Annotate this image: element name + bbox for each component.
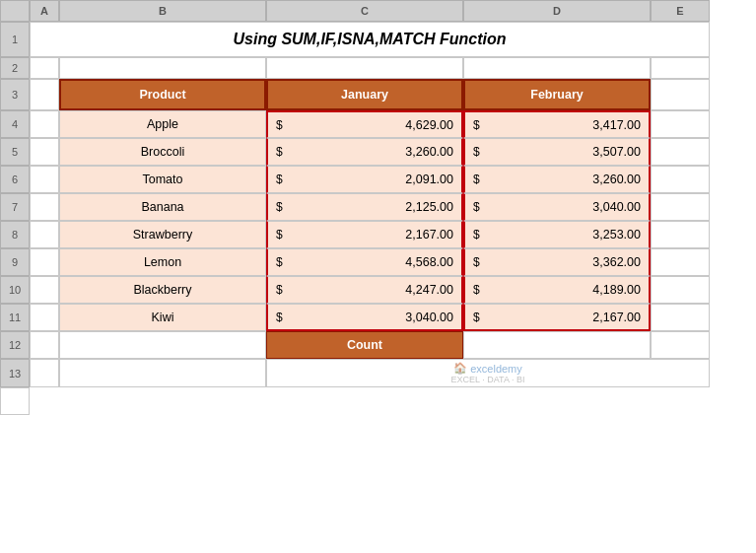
row-9-product: Lemon xyxy=(59,248,266,276)
col-e-header: E xyxy=(651,0,710,22)
row-7-e xyxy=(651,193,710,221)
row-1-num: 1 xyxy=(0,22,30,57)
row-4-february: $3,417.00 xyxy=(463,110,651,138)
row-5-e xyxy=(651,138,710,166)
row-4-product: Apple xyxy=(59,110,266,138)
watermark-logo-icon: 🏠 xyxy=(453,362,467,375)
row-10-a xyxy=(30,276,59,304)
row-7-january: $2,125.00 xyxy=(266,193,463,221)
row-6-a xyxy=(30,166,59,193)
row-10-product: Blackberry xyxy=(59,276,266,304)
row-11-a xyxy=(30,304,59,331)
row-13-e xyxy=(0,387,30,415)
watermark-sub: EXCEL · DATA · BI xyxy=(451,375,525,384)
row-12-num: 12 xyxy=(0,331,30,359)
row-10-e xyxy=(651,276,710,304)
col-b-header: B xyxy=(59,0,266,22)
watermark-name: exceldemy xyxy=(470,363,522,375)
row-2-d xyxy=(463,57,651,79)
row-13-num: 13 xyxy=(0,359,30,387)
row-2-c xyxy=(266,57,463,79)
row-2-num: 2 xyxy=(0,57,30,79)
col-a-header: A xyxy=(30,0,59,22)
row-7-num: 7 xyxy=(0,193,30,221)
row-7-a xyxy=(30,193,59,221)
row-12-b xyxy=(59,331,266,359)
row-4-num: 4 xyxy=(0,110,30,138)
row-8-february: $3,253.00 xyxy=(463,221,651,248)
row-11-february: $2,167.00 xyxy=(463,304,651,331)
row-5-february: $3,507.00 xyxy=(463,138,651,166)
row-4-january: $4,629.00 xyxy=(266,110,463,138)
row-6-num: 6 xyxy=(0,166,30,193)
row-12-e xyxy=(651,331,710,359)
row-8-a xyxy=(30,221,59,248)
row-7-product: Banana xyxy=(59,193,266,221)
january-header: January xyxy=(266,79,463,110)
row-3-num: 3 xyxy=(0,79,30,110)
row-10-january: $4,247.00 xyxy=(266,276,463,304)
row-2-b xyxy=(59,57,266,79)
row-6-january: $2,091.00 xyxy=(266,166,463,193)
row-11-january: $3,040.00 xyxy=(266,304,463,331)
row-9-february: $3,362.00 xyxy=(463,248,651,276)
count-label: Count xyxy=(266,331,463,359)
row-2-a xyxy=(30,57,59,79)
row-8-e xyxy=(651,221,710,248)
row-5-january: $3,260.00 xyxy=(266,138,463,166)
watermark-area: 🏠 exceldemy EXCEL · DATA · BI xyxy=(266,359,710,387)
row-11-e xyxy=(651,304,710,331)
col-c-header: C xyxy=(266,0,463,22)
row-4-a xyxy=(30,110,59,138)
row-7-february: $3,040.00 xyxy=(463,193,651,221)
row-9-a xyxy=(30,248,59,276)
row-3-e xyxy=(651,79,710,110)
product-header: Product xyxy=(59,79,266,110)
row-9-e xyxy=(651,248,710,276)
row-11-num: 11 xyxy=(0,304,30,331)
row-10-february: $4,189.00 xyxy=(463,276,651,304)
row-8-product: Strawberry xyxy=(59,221,266,248)
row-6-product: Tomato xyxy=(59,166,266,193)
row-3-a xyxy=(30,79,59,110)
row-13-a xyxy=(30,359,59,387)
row-5-product: Broccoli xyxy=(59,138,266,166)
row-2-e xyxy=(651,57,710,79)
title: Using SUM,IF,ISNA,MATCH Function xyxy=(30,22,710,57)
row-num-col xyxy=(0,0,30,22)
row-8-num: 8 xyxy=(0,221,30,248)
row-5-num: 5 xyxy=(0,138,30,166)
row-5-a xyxy=(30,138,59,166)
row-13-b xyxy=(59,359,266,387)
row-8-january: $2,167.00 xyxy=(266,221,463,248)
row-9-num: 9 xyxy=(0,248,30,276)
row-12-a xyxy=(30,331,59,359)
row-10-num: 10 xyxy=(0,276,30,304)
row-11-product: Kiwi xyxy=(59,304,266,331)
row-6-e xyxy=(651,166,710,193)
row-9-january: $4,568.00 xyxy=(266,248,463,276)
col-d-header: D xyxy=(463,0,651,22)
row-6-february: $3,260.00 xyxy=(463,166,651,193)
february-header: February xyxy=(463,79,651,110)
row-4-e xyxy=(651,110,710,138)
row-12-d xyxy=(463,331,651,359)
